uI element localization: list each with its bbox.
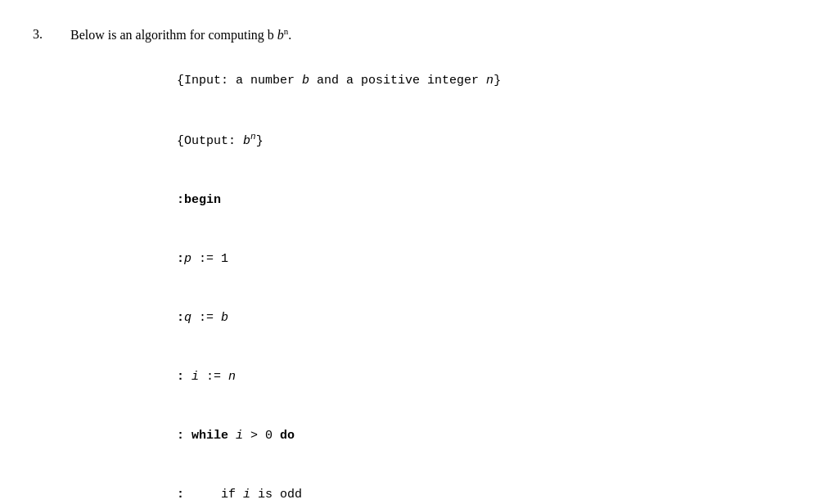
problem-3-content: Below is an algorithm for computing b bn… xyxy=(70,25,610,504)
output-line: {Output: bn} xyxy=(103,110,610,171)
q-assign-line: :q := b xyxy=(103,289,610,348)
intro-italic: bn xyxy=(277,28,289,42)
problem-3: 3. Below is an algorithm for computing b… xyxy=(33,25,805,504)
while-line: : while i > 0 do xyxy=(103,407,610,466)
problem-3-intro: Below is an algorithm for computing b bn… xyxy=(70,25,610,45)
begin-line: :begin xyxy=(103,171,610,230)
p-assign-line: :p := 1 xyxy=(103,230,610,289)
algorithm-block: {Input: a number b and a positive intege… xyxy=(103,52,610,504)
if-line: : if i is odd xyxy=(103,466,610,504)
problem-3-number: 3. xyxy=(33,25,54,44)
i-assign-line: : i := n xyxy=(103,348,610,407)
input-line: {Input: a number b and a positive intege… xyxy=(103,52,610,110)
